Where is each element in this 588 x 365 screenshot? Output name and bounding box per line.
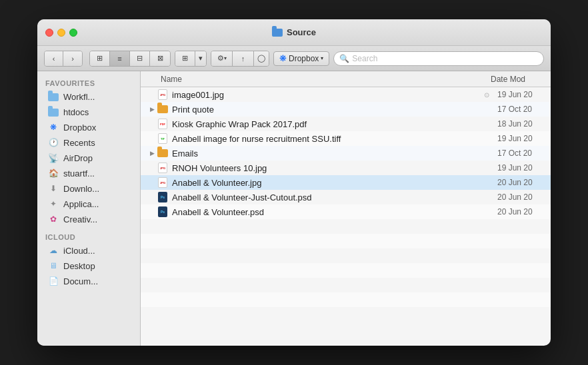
expand-icon[interactable]: ▶	[147, 105, 157, 114]
sidebar-item-workfl[interactable]: Workfl...	[40, 89, 137, 104]
folder-file-icon	[157, 149, 169, 158]
file-row[interactable]: RNOH Volunteers 10.jpg 19 Jun 20	[141, 161, 551, 175]
file-row[interactable]: Anabell & Volunteer-Just-Cutout.psd 20 J…	[141, 190, 551, 204]
expand-icon	[147, 90, 157, 99]
file-date: 19 Jun 20	[497, 163, 551, 173]
sidebar-item-creativ[interactable]: ✿ Creativ...	[40, 212, 137, 226]
arrange-button[interactable]: ⊞	[175, 51, 195, 66]
sidebar-item-applications[interactable]: ✦ Applica...	[40, 196, 137, 211]
recents-icon: 🕐	[48, 137, 59, 148]
forward-icon: ›	[71, 55, 74, 63]
file-row[interactable]: ▶ Emails 17 Oct 20	[141, 146, 551, 161]
sidebar-item-downloads-label: Downlo...	[63, 184, 99, 194]
sidebar-item-airdrop-label: AirDrop	[63, 153, 93, 163]
file-row-empty	[141, 278, 551, 292]
view-icon-button[interactable]: ⊞	[90, 51, 110, 66]
search-placeholder: Search	[352, 54, 377, 63]
sidebar-item-creativ-label: Creativ...	[63, 214, 97, 224]
file-date: 18 Jun 20	[497, 119, 551, 129]
sidebar-item-dropbox-label: Dropbox	[63, 123, 96, 133]
sidebar-item-airdrop[interactable]: 📡 AirDrop	[40, 151, 137, 165]
dropbox-icon: ❋	[279, 53, 287, 63]
file-name: Print quote	[172, 105, 484, 115]
dropbox-label: Dropbox	[289, 54, 319, 63]
downloads-icon: ⬇	[48, 183, 59, 194]
back-icon: ‹	[53, 55, 55, 63]
sidebar-item-desktop[interactable]: 🖥 Desktop	[40, 258, 137, 273]
file-row[interactable]: image001.jpg ⊙ 19 Jun 20	[141, 87, 551, 102]
file-row[interactable]: ▶ Print quote 17 Oct 20	[141, 102, 551, 117]
file-name: Emails	[172, 149, 484, 159]
workfl-folder-icon	[48, 91, 59, 102]
sidebar-item-desktop-label: Desktop	[63, 261, 95, 271]
file-date: 20 Jun 20	[497, 178, 551, 187]
view-column-button[interactable]: ⊟	[130, 51, 150, 66]
action-gear-button[interactable]: ⚙ ▾	[211, 51, 233, 66]
sidebar-item-dropbox[interactable]: ❋ Dropbox	[40, 120, 137, 135]
file-row-empty	[141, 307, 551, 322]
view-gallery-button[interactable]: ⊠	[150, 51, 170, 66]
desktop-icon: 🖥	[48, 260, 59, 271]
file-date: 17 Oct 20	[497, 149, 551, 158]
close-button[interactable]	[45, 29, 53, 37]
file-name: Anabell & Volunteer-Just-Cutout.psd	[172, 192, 484, 202]
expand-icon	[147, 207, 157, 216]
file-name: Kiosk Graphic Wrap Pack 2017.pdf	[172, 119, 484, 129]
file-row-empty	[141, 292, 551, 307]
sidebar-item-downloads[interactable]: ⬇ Downlo...	[40, 181, 137, 196]
dropbox-button[interactable]: ❋ Dropbox ▾	[273, 51, 329, 66]
file-name: Anabell & Volunteer.jpg	[172, 178, 484, 188]
maximize-button[interactable]	[69, 29, 77, 37]
forward-button[interactable]: ›	[63, 51, 82, 66]
expand-icon	[147, 163, 157, 173]
arrange-arrow-button[interactable]: ▾	[195, 51, 206, 66]
file-row-empty	[141, 234, 551, 248]
sidebar-item-recents-label: Recents	[63, 138, 95, 148]
file-header: Name Date Mod	[141, 71, 551, 87]
file-row-empty	[141, 219, 551, 234]
file-view: Name Date Mod image001.jpg ⊙ 19 Jun 20 ▶	[141, 71, 551, 346]
sidebar-item-stuartf[interactable]: 🏠 stuartf...	[40, 166, 137, 181]
search-icon: 🔍	[339, 54, 349, 63]
view-group: ⊞ ≡ ⊟ ⊠	[89, 51, 171, 67]
view-list-button[interactable]: ≡	[110, 51, 130, 66]
sidebar-item-stuartf-label: stuartf...	[63, 169, 95, 179]
file-name: Anabell image for nurse recruitment SSU.…	[172, 134, 484, 144]
expand-icon[interactable]: ▶	[147, 149, 157, 158]
sidebar-item-documents[interactable]: 📄 Docum...	[40, 274, 137, 288]
arrange-icon: ⊞	[182, 54, 188, 63]
window-title: Source	[272, 27, 316, 37]
file-name: Anabell & Volunteer.psd	[172, 207, 484, 217]
file-row-empty	[141, 248, 551, 263]
file-row[interactable]: Anabell & Volunteer.jpg 20 Jun 20	[141, 175, 551, 190]
creative-icon: ✿	[48, 214, 59, 224]
action-group: ⚙ ▾ ↑ ◯	[211, 51, 269, 67]
sidebar-item-recents[interactable]: 🕐 Recents	[40, 135, 137, 150]
file-name: image001.jpg	[172, 90, 484, 100]
home-icon: 🏠	[48, 168, 59, 179]
file-row[interactable]: Kiosk Graphic Wrap Pack 2017.pdf 18 Jun …	[141, 117, 551, 131]
search-box[interactable]: 🔍 Search	[333, 51, 544, 66]
back-button[interactable]: ‹	[45, 51, 63, 66]
file-row[interactable]: Anabell image for nurse recruitment SSU.…	[141, 131, 551, 146]
share-button[interactable]: ↑	[233, 51, 254, 66]
tag-button[interactable]: ◯	[254, 51, 269, 66]
applications-icon: ✦	[48, 198, 59, 209]
file-row[interactable]: Anabell & Volunteer.psd 20 Jun 20	[141, 204, 551, 219]
file-date: 17 Oct 20	[497, 105, 551, 114]
file-date: 19 Jun 20	[497, 90, 551, 99]
sidebar-item-htdocs[interactable]: htdocs	[40, 105, 137, 119]
titlebar: Source	[37, 19, 551, 46]
gallery-view-icon: ⊠	[157, 54, 163, 63]
sidebar-item-applications-label: Applica...	[63, 199, 99, 209]
expand-icon	[147, 192, 157, 202]
file-row-empty	[141, 263, 551, 278]
jpg-file-icon	[157, 90, 169, 99]
file-name: RNOH Volunteers 10.jpg	[172, 163, 484, 173]
sidebar-item-icloud[interactable]: ☁ iCloud...	[40, 243, 137, 258]
dropbox-arrow-icon: ▾	[321, 55, 323, 61]
minimize-button[interactable]	[57, 29, 65, 37]
icloud-icon: ☁	[48, 245, 59, 256]
window-title-text: Source	[287, 27, 316, 37]
nav-group: ‹ ›	[44, 51, 83, 67]
